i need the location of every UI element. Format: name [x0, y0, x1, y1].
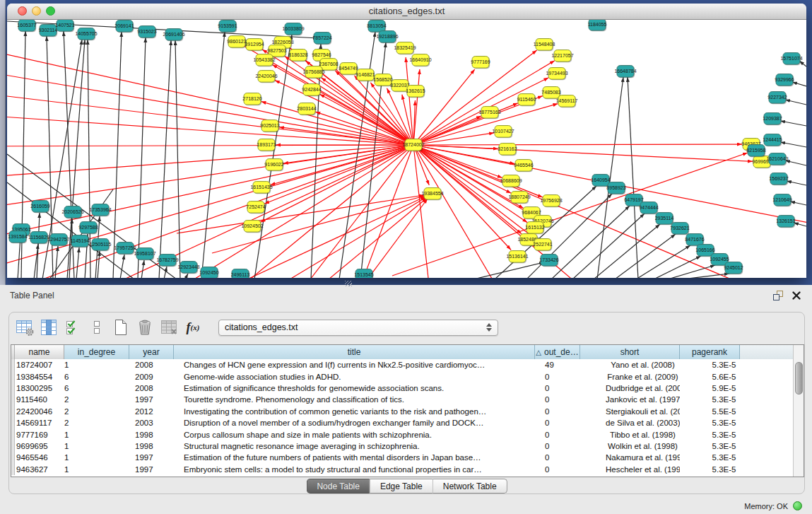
svg-text:10543382: 10543382	[253, 57, 275, 62]
cell-year: 1997	[129, 465, 174, 474]
column-header-year[interactable]: year	[129, 345, 174, 359]
table-row[interactable]: 1938455462009Genome-wide association stu…	[11, 370, 804, 382]
column-header-in-degree[interactable]: in_degree	[64, 345, 129, 359]
column-header-name[interactable]: name	[15, 345, 64, 359]
svg-text:16210643: 16210643	[766, 156, 788, 161]
svg-text:16640910: 16640910	[409, 57, 431, 62]
close-panel-icon[interactable]	[792, 290, 801, 300]
memory-label: Memory: OK	[744, 502, 788, 510]
svg-text:19384554: 19384554	[421, 191, 443, 196]
table-row[interactable]: 1872400712008Changes of HCN gene express…	[11, 359, 804, 370]
function-builder-icon[interactable]: f(x)	[183, 318, 203, 337]
svg-text:9465546: 9465546	[514, 163, 533, 168]
network-view-window: citations_edges.txt 18724007891295418226…	[7, 4, 806, 278]
svg-text:15751074: 15751074	[780, 56, 802, 61]
delete-columns-icon[interactable]	[135, 318, 155, 337]
svg-text:12505115: 12505115	[90, 242, 112, 247]
show-columns-icon[interactable]	[39, 318, 59, 337]
background-window-edge	[0, 0, 6, 285]
svg-text:8471676: 8471676	[685, 237, 704, 242]
svg-text:8813054: 8813054	[367, 23, 386, 28]
tab-edge-table[interactable]: Edge Table	[370, 479, 433, 493]
table-panel-title: Table Panel	[10, 291, 54, 300]
table-row[interactable]: 1456911722003Disruption of a novel membe…	[11, 417, 804, 428]
cell-short: Jankovic et al. (1997)	[580, 395, 680, 404]
window-titlebar[interactable]: citations_edges.txt	[7, 4, 806, 20]
svg-text:18226058: 18226058	[271, 40, 293, 45]
cell-title: Tourette syndrome. Phenomenology and cla…	[174, 395, 535, 404]
svg-text:16033809: 16033809	[282, 26, 304, 31]
table-row[interactable]: 1830029562008Estimation of significance …	[11, 382, 804, 394]
cell-in-degree: 2	[64, 419, 129, 427]
memory-status-icon	[793, 501, 802, 510]
table-selector-dropdown[interactable]: citations_edges.txt	[218, 320, 498, 336]
splitter-grip[interactable]	[345, 281, 352, 286]
cell-short: Tibbo et al. (1998)	[580, 431, 680, 439]
cell-pagerank: 5.5E-5	[680, 407, 740, 416]
svg-text:1615132: 1615132	[525, 225, 544, 230]
unselect-all-columns-icon[interactable]	[87, 318, 107, 337]
svg-text:1605377: 1605377	[17, 23, 36, 28]
table-browser: f(x) citations_edges.txt namein_degreeye…	[8, 312, 805, 494]
tab-network-table[interactable]: Network Table	[433, 479, 507, 493]
cell-pagerank: 5.3E-5	[680, 395, 740, 404]
svg-text:9115460: 9115460	[517, 97, 536, 102]
table-type-tabs: Node TableEdge TableNetwork Table	[306, 479, 507, 493]
delete-table-icon[interactable]	[159, 318, 179, 337]
cell-title: Estimation of significance thresholds fo…	[174, 384, 535, 392]
float-panel-icon[interactable]	[772, 290, 784, 301]
svg-text:1145194: 1145194	[71, 238, 90, 243]
cell-in-degree: 1	[64, 453, 129, 462]
svg-text:10107427: 10107427	[492, 129, 514, 134]
cell-in-degree: 2	[64, 395, 129, 404]
table-row[interactable]: 969969511998Structural magnetic resonanc…	[11, 440, 804, 452]
select-all-columns-icon[interactable]	[63, 318, 83, 337]
cell-out-de-: 49	[535, 361, 580, 369]
svg-text:1244415: 1244415	[763, 137, 782, 142]
tab-node-table[interactable]: Node Table	[306, 479, 370, 493]
cell-name: 18300295	[15, 384, 64, 392]
cell-out-de-: 0	[535, 395, 580, 404]
table-row[interactable]: 946362711997Embryonic stem cells: a mode…	[11, 464, 804, 475]
svg-text:8215958: 8215958	[746, 148, 765, 153]
svg-text:1391584: 1391584	[8, 234, 27, 239]
table-mode-icon[interactable]	[15, 318, 35, 337]
svg-text:1210649: 1210649	[772, 197, 792, 202]
svg-text:8454749: 8454749	[339, 66, 358, 71]
column-header-title[interactable]: title	[174, 345, 535, 359]
cell-pagerank: 5.6E-5	[680, 373, 740, 381]
new-column-icon[interactable]	[111, 318, 131, 337]
cell-short: Wolkin et al. (1998)	[580, 442, 680, 450]
scrollbar-thumb[interactable]	[795, 362, 803, 395]
svg-text:14055705: 14055705	[75, 31, 97, 36]
table-row[interactable]: 946554611997Estimation of the future num…	[11, 452, 804, 463]
cell-out-de-: 0	[535, 384, 580, 392]
cell-short: Dudbridge et al. (2008)	[580, 384, 680, 392]
svg-text:2718120: 2718120	[242, 96, 261, 101]
table-row[interactable]: 977716911998Corpus callosum shape and si…	[11, 428, 804, 440]
svg-text:9329966: 9329966	[775, 77, 794, 82]
cell-in-degree: 1	[64, 465, 129, 474]
svg-text:14569117: 14569117	[556, 98, 578, 103]
cell-year: 2009	[129, 373, 174, 381]
column-header-short[interactable]: short	[580, 345, 680, 359]
svg-text:9227342: 9227342	[767, 95, 787, 100]
cell-pagerank: 5.9E-5	[680, 384, 740, 392]
svg-text:9025013: 9025013	[260, 123, 279, 128]
memory-indicator[interactable]: Memory: OK	[744, 501, 802, 510]
network-canvas[interactable]: 1872400789129541822605898601239827503818…	[7, 20, 806, 278]
cell-title: Investigating the contribution of common…	[174, 407, 535, 416]
table-row[interactable]: 2242004622012Investigating the contribut…	[11, 406, 804, 417]
svg-text:2616059: 2616059	[30, 204, 49, 209]
svg-text:1326151: 1326151	[776, 218, 795, 223]
table-row[interactable]: 911546021997Tourette syndrome. Phenomeno…	[11, 394, 804, 405]
svg-text:1407521: 1407521	[55, 23, 74, 28]
column-header-pagerank[interactable]: pagerank	[680, 345, 740, 359]
column-header-out-de-[interactable]: △out_de…	[535, 345, 580, 359]
svg-text:16958107: 16958107	[134, 251, 155, 256]
svg-text:9827503: 9827503	[267, 48, 286, 53]
cell-short: Stergiakouli et al. (2012)	[580, 407, 680, 416]
vertical-scrollbar[interactable]	[793, 345, 804, 477]
cell-title: Structural magnetic resonance image aver…	[174, 442, 535, 450]
cell-pagerank: 5.3E-5	[680, 419, 740, 427]
